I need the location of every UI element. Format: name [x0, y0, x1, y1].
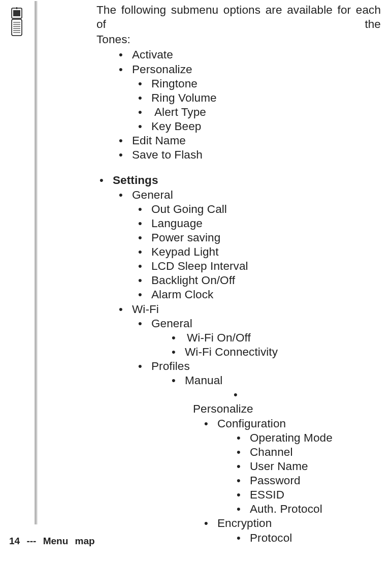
text: User Name — [250, 460, 308, 473]
list-item: Personalize — [96, 402, 381, 416]
list-item: Backlight On/Off — [96, 273, 381, 288]
settings-heading: Settings — [113, 174, 158, 186]
text: Language — [151, 217, 203, 230]
list-item: Channel — [96, 445, 381, 459]
text: Auth. Protocol — [250, 503, 322, 515]
list-item: Activate — [96, 48, 381, 62]
list-item: Profiles — [96, 359, 381, 373]
text: Alert Type — [151, 106, 206, 118]
phone-icon — [9, 7, 24, 39]
list-item: Alarm Clock — [96, 288, 381, 302]
list-item: Key Beep — [96, 119, 381, 134]
text: Personalize — [193, 402, 253, 415]
text: Save to Flash — [132, 148, 203, 161]
text: Edit Name — [132, 134, 186, 147]
text: Configuration — [217, 417, 286, 430]
text: Password — [250, 474, 301, 487]
list-item: General — [96, 188, 381, 202]
text: Activate — [132, 48, 173, 61]
intro-line-1: The following submenu options are availa… — [96, 3, 381, 32]
list-item: Wi-Fi — [96, 302, 381, 317]
text: Encryption — [217, 517, 272, 529]
text: Ring Volume — [151, 91, 217, 104]
text: Channel — [250, 446, 293, 458]
svg-rect-2 — [13, 10, 20, 16]
text: Ringtone — [151, 77, 198, 90]
margin-rule-inner — [37, 1, 38, 524]
text: Protocol — [250, 532, 292, 544]
text: Wi-Fi On/Off — [185, 331, 251, 344]
list-item: Wi-Fi Connectivity — [96, 345, 381, 359]
list-item: Language — [96, 216, 381, 231]
list-item: Wi-Fi On/Off — [96, 331, 381, 345]
list-item: LCD Sleep Interval — [96, 259, 381, 273]
list-item: Password — [96, 474, 381, 488]
list-item: Power saving — [96, 231, 381, 245]
text: Backlight On/Off — [151, 274, 235, 287]
text: Power saving — [151, 231, 220, 244]
text: Keypad Light — [151, 245, 219, 258]
list-item: Manual — [96, 373, 381, 388]
text: Wi-Fi — [132, 303, 159, 316]
list-item: Operating Mode — [96, 431, 381, 445]
list-item: Encryption — [96, 516, 381, 531]
text: Out Going Call — [151, 203, 227, 215]
text: Operating Mode — [250, 431, 333, 444]
list-item: Keypad Light — [96, 245, 381, 259]
page-footer: 14 --- Menu map — [9, 536, 95, 547]
svg-rect-3 — [12, 19, 22, 36]
page: The following submenu options are availa… — [0, 0, 392, 561]
list-item: Personalize — [96, 63, 381, 77]
text: General — [151, 317, 192, 330]
text: Wi-Fi Connectivity — [185, 346, 278, 358]
text: Alarm Clock — [151, 288, 213, 301]
list-item: Alert Type — [96, 105, 381, 119]
text: Profiles — [151, 360, 190, 372]
text: ESSID — [250, 488, 284, 501]
list-item: General — [96, 317, 381, 331]
list-item: Save to Flash — [96, 148, 381, 162]
list-item: Out Going Call — [96, 202, 381, 216]
list-item: Settings — [96, 173, 381, 188]
list-item: Edit Name — [96, 134, 381, 148]
list-item: ESSID — [96, 488, 381, 502]
text: LCD Sleep Interval — [151, 260, 248, 272]
list-item: Protocol — [96, 531, 381, 545]
body-text: The following submenu options are availa… — [96, 3, 381, 545]
list-item: User Name — [96, 459, 381, 474]
list-item: Configuration — [96, 417, 381, 431]
list-item: Auth. Protocol — [96, 502, 381, 516]
text: Manual — [185, 374, 222, 387]
text: General — [132, 189, 173, 201]
list-item: Ringtone — [96, 77, 381, 91]
text: Key Beep — [151, 120, 201, 133]
text: Personalize — [132, 63, 192, 76]
intro-line-2: Tones: — [96, 33, 381, 47]
list-item — [96, 388, 381, 402]
list-item: Ring Volume — [96, 91, 381, 105]
